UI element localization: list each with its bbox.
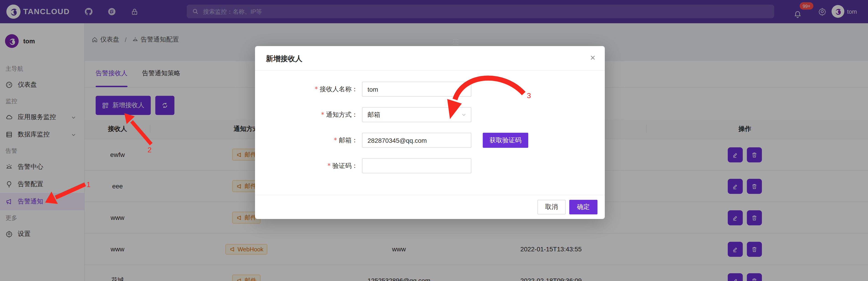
required-mark: * <box>321 111 324 118</box>
field-label-captcha: *验证码： <box>255 158 358 173</box>
notify-method-select[interactable]: 邮箱 <box>362 107 471 122</box>
required-mark: * <box>328 162 331 169</box>
modal-footer: 取消 确定 <box>255 195 605 219</box>
cancel-button[interactable]: 取消 <box>537 200 566 215</box>
field-label-name: *接收人名称： <box>255 82 358 97</box>
modal-header: 新增接收人 ✕ <box>255 46 605 71</box>
field-label-email: *邮箱： <box>255 133 358 148</box>
add-receiver-modal: 新增接收人 ✕ *接收人名称： *通知方式： 邮箱 *邮箱： 获取验证码 *验证… <box>255 46 605 219</box>
email-input[interactable] <box>362 133 471 148</box>
required-mark: * <box>315 85 318 93</box>
captcha-input[interactable] <box>362 158 471 173</box>
modal-title: 新增接收人 <box>266 54 302 64</box>
select-caret-icon <box>461 112 466 117</box>
receiver-name-input[interactable] <box>362 82 471 97</box>
notify-method-value: 邮箱 <box>368 111 380 119</box>
app-root: TANCLOUD 99+ tom <box>0 0 868 281</box>
get-code-button[interactable]: 获取验证码 <box>483 133 528 148</box>
field-label-method: *通知方式： <box>255 107 358 122</box>
close-icon[interactable]: ✕ <box>590 54 596 62</box>
required-mark: * <box>334 136 337 144</box>
ok-button[interactable]: 确定 <box>569 200 597 215</box>
